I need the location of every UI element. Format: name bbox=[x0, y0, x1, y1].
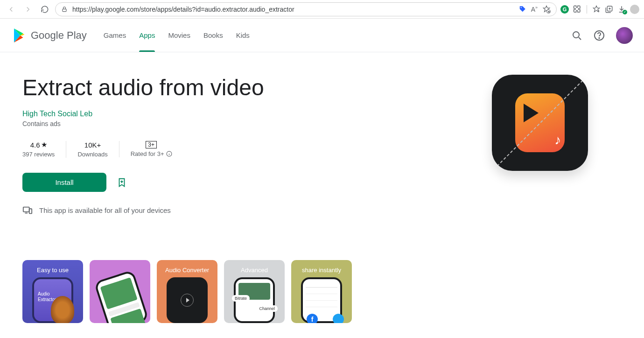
downloads-value: 10K+ bbox=[77, 141, 107, 149]
availability-text: This app is available for all of your de… bbox=[39, 206, 171, 214]
reviews-count: 397 reviews bbox=[22, 151, 55, 158]
facebook-icon: f bbox=[307, 314, 318, 323]
profile-avatar[interactable] bbox=[616, 27, 633, 44]
rating-label: Rated for 3+ bbox=[131, 150, 164, 157]
profile-avatar-small[interactable] bbox=[630, 5, 639, 14]
svg-text:✦: ✦ bbox=[548, 10, 550, 13]
nav-movies[interactable]: Movies bbox=[168, 19, 190, 52]
back-button[interactable] bbox=[5, 3, 18, 16]
help-icon[interactable] bbox=[594, 30, 605, 41]
nav-games[interactable]: Games bbox=[104, 19, 126, 52]
primary-nav: Games Apps Movies Books Kids bbox=[104, 19, 250, 52]
contains-ads-label: Contains ads bbox=[22, 120, 440, 127]
svg-rect-9 bbox=[23, 207, 29, 212]
svg-rect-10 bbox=[29, 209, 32, 213]
refresh-button[interactable] bbox=[38, 3, 51, 16]
collections-icon[interactable] bbox=[605, 5, 613, 14]
nav-books[interactable]: Books bbox=[203, 19, 223, 52]
downloads-stat: 10K+ Downloads bbox=[66, 141, 119, 158]
downloads-icon[interactable]: ✓ bbox=[617, 5, 626, 14]
app-title: Extract audio from video bbox=[22, 75, 440, 100]
play-logo-icon bbox=[11, 27, 28, 44]
music-note-icon: ♪ bbox=[554, 133, 561, 148]
screenshot-3[interactable]: Audio Converter bbox=[157, 260, 217, 323]
svg-point-5 bbox=[573, 32, 579, 38]
address-bar[interactable]: https://play.google.com/store/apps/detai… bbox=[55, 2, 557, 16]
content-rating-stat[interactable]: 3+ Rated for 3+ bbox=[119, 141, 183, 157]
svg-point-1 bbox=[520, 7, 521, 8]
info-icon bbox=[166, 151, 172, 157]
screenshot-5-label: share instantly bbox=[302, 267, 341, 274]
browser-toolbar: https://play.google.com/store/apps/detai… bbox=[0, 0, 644, 19]
rating-stat[interactable]: 4.6★ 397 reviews bbox=[22, 141, 66, 158]
devices-icon bbox=[22, 205, 33, 215]
shopping-tag-icon[interactable] bbox=[518, 5, 526, 14]
screenshot-1-label: Easy to use bbox=[37, 267, 69, 274]
screenshots-row: Easy to use Audio Extractor A bbox=[22, 260, 440, 323]
developer-link[interactable]: High Tech Social Leb bbox=[22, 110, 440, 118]
play-icon bbox=[181, 294, 194, 307]
rating-badge: 3+ bbox=[146, 141, 157, 148]
favorites-icon[interactable] bbox=[592, 5, 601, 14]
play-logo-text: Google Play bbox=[31, 29, 87, 42]
app-icon: ♪ bbox=[492, 75, 588, 171]
url-text: https://play.google.com/store/apps/detai… bbox=[72, 6, 513, 13]
app-stats: 4.6★ 397 reviews 10K+ Downloads 3+ Rated… bbox=[22, 141, 440, 158]
availability-row: This app is available for all of your de… bbox=[22, 205, 440, 215]
wishlist-button[interactable] bbox=[117, 177, 127, 188]
screenshot-5[interactable]: share instantly f bbox=[291, 260, 352, 323]
play-logo[interactable]: Google Play bbox=[11, 27, 87, 44]
play-triangle-icon bbox=[524, 104, 539, 122]
favorite-icon[interactable]: ✦ bbox=[542, 5, 551, 14]
read-aloud-icon[interactable]: A» bbox=[531, 5, 538, 13]
star-icon: ★ bbox=[41, 141, 47, 149]
channel-chip: Channel bbox=[256, 305, 278, 312]
screenshot-2[interactable] bbox=[90, 260, 150, 323]
svg-point-7 bbox=[599, 37, 600, 38]
extension-icon[interactable] bbox=[573, 5, 581, 14]
lock-icon bbox=[61, 6, 68, 13]
play-header: Google Play Games Apps Movies Books Kids bbox=[0, 19, 644, 52]
rating-value: 4.6 bbox=[30, 141, 40, 149]
screenshot-3-label: Audio Converter bbox=[165, 267, 209, 274]
forward-button[interactable] bbox=[21, 3, 35, 16]
screenshot-4-label: Advanced bbox=[241, 267, 268, 274]
svg-rect-0 bbox=[63, 9, 66, 11]
install-button[interactable]: Install bbox=[22, 173, 106, 192]
nav-apps[interactable]: Apps bbox=[139, 19, 155, 52]
screenshot-4[interactable]: Advanced Bitrate Channel bbox=[224, 260, 285, 323]
grammarly-icon[interactable]: G bbox=[560, 5, 569, 14]
screenshot-1[interactable]: Easy to use Audio Extractor bbox=[22, 260, 83, 323]
search-icon[interactable] bbox=[571, 30, 582, 41]
bitrate-chip: Bitrate bbox=[232, 295, 250, 302]
downloads-label: Downloads bbox=[77, 151, 107, 158]
nav-kids[interactable]: Kids bbox=[236, 19, 250, 52]
